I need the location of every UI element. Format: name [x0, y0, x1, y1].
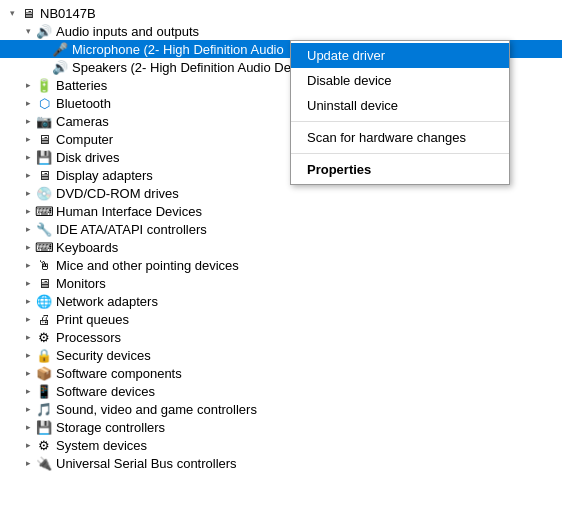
root-label: NB0147B [40, 6, 562, 21]
tree-item-dvd[interactable]: 💿 DVD/CD-ROM drives [0, 184, 562, 202]
expander-mice[interactable] [20, 257, 36, 273]
expander-security[interactable] [20, 347, 36, 363]
usb-icon: 🔌 [36, 455, 52, 471]
mice-label: Mice and other pointing devices [56, 258, 562, 273]
speakers-icon: 🔊 [52, 59, 68, 75]
network-icon: 🌐 [36, 293, 52, 309]
system-icon: ⚙ [36, 437, 52, 453]
tree-item-network[interactable]: 🌐 Network adapters [0, 292, 562, 310]
dvd-icon: 💿 [36, 185, 52, 201]
tree-item-storage[interactable]: 💾 Storage controllers [0, 418, 562, 436]
expander-batteries[interactable] [20, 77, 36, 93]
expander-disk[interactable] [20, 149, 36, 165]
expander-monitors[interactable] [20, 275, 36, 291]
batteries-icon: 🔋 [36, 77, 52, 93]
cameras-icon: 📷 [36, 113, 52, 129]
tree-item-system[interactable]: ⚙ System devices [0, 436, 562, 454]
expander-usb[interactable] [20, 455, 36, 471]
audio-label: Audio inputs and outputs [56, 24, 562, 39]
context-menu-uninstall-device[interactable]: Uninstall device [291, 93, 509, 118]
tree-item-print[interactable]: 🖨 Print queues [0, 310, 562, 328]
monitors-label: Monitors [56, 276, 562, 291]
expander-sw-components[interactable] [20, 365, 36, 381]
expander-cameras[interactable] [20, 113, 36, 129]
disk-icon: 💾 [36, 149, 52, 165]
ide-icon: 🔧 [36, 221, 52, 237]
ide-label: IDE ATA/ATAPI controllers [56, 222, 562, 237]
keyboards-icon: ⌨ [36, 239, 52, 255]
expander-audio[interactable] [20, 23, 36, 39]
microphone-icon: 🎤 [52, 41, 68, 57]
computer-tree-icon: 🖥 [36, 131, 52, 147]
security-label: Security devices [56, 348, 562, 363]
expander-network[interactable] [20, 293, 36, 309]
tree-item-hid[interactable]: ⌨ Human Interface Devices [0, 202, 562, 220]
storage-icon: 💾 [36, 419, 52, 435]
tree-item-processors[interactable]: ⚙ Processors [0, 328, 562, 346]
context-menu-update-driver[interactable]: Update driver [291, 43, 509, 68]
tree-item-monitors[interactable]: 🖥 Monitors [0, 274, 562, 292]
hid-icon: ⌨ [36, 203, 52, 219]
context-menu-properties[interactable]: Properties [291, 157, 509, 182]
tree-item-usb[interactable]: 🔌 Universal Serial Bus controllers [0, 454, 562, 472]
sw-components-icon: 📦 [36, 365, 52, 381]
keyboards-label: Keyboards [56, 240, 562, 255]
context-menu: Update driver Disable device Uninstall d… [290, 40, 510, 185]
context-menu-sep2 [291, 153, 509, 154]
tree-item-sound[interactable]: 🎵 Sound, video and game controllers [0, 400, 562, 418]
context-menu-scan-hardware[interactable]: Scan for hardware changes [291, 125, 509, 150]
expander-sw-devices[interactable] [20, 383, 36, 399]
expander-bluetooth[interactable] [20, 95, 36, 111]
system-label: System devices [56, 438, 562, 453]
sound-icon: 🎵 [36, 401, 52, 417]
sw-components-label: Software components [56, 366, 562, 381]
expander-ide[interactable] [20, 221, 36, 237]
audio-icon: 🔊 [36, 23, 52, 39]
expander-sound[interactable] [20, 401, 36, 417]
device-manager: 🖥 NB0147B 🔊 Audio inputs and outputs 🎤 M… [0, 0, 562, 524]
dvd-label: DVD/CD-ROM drives [56, 186, 562, 201]
display-icon: 🖥 [36, 167, 52, 183]
expander-dvd[interactable] [20, 185, 36, 201]
processors-icon: ⚙ [36, 329, 52, 345]
print-label: Print queues [56, 312, 562, 327]
tree-item-ide[interactable]: 🔧 IDE ATA/ATAPI controllers [0, 220, 562, 238]
expander-storage[interactable] [20, 419, 36, 435]
storage-label: Storage controllers [56, 420, 562, 435]
tree-item-security[interactable]: 🔒 Security devices [0, 346, 562, 364]
mice-icon: 🖱 [36, 257, 52, 273]
expander-print[interactable] [20, 311, 36, 327]
tree-item-mice[interactable]: 🖱 Mice and other pointing devices [0, 256, 562, 274]
expander-display[interactable] [20, 167, 36, 183]
tree-item-keyboards[interactable]: ⌨ Keyboards [0, 238, 562, 256]
sw-devices-icon: 📱 [36, 383, 52, 399]
expander-computer[interactable] [20, 131, 36, 147]
tree-item-sw-devices[interactable]: 📱 Software devices [0, 382, 562, 400]
bluetooth-icon: ⬡ [36, 95, 52, 111]
tree-root[interactable]: 🖥 NB0147B [0, 4, 562, 22]
expander-root[interactable] [4, 5, 20, 21]
network-label: Network adapters [56, 294, 562, 309]
computer-icon: 🖥 [20, 5, 36, 21]
processors-label: Processors [56, 330, 562, 345]
sound-label: Sound, video and game controllers [56, 402, 562, 417]
hid-label: Human Interface Devices [56, 204, 562, 219]
tree-item-audio[interactable]: 🔊 Audio inputs and outputs [0, 22, 562, 40]
context-menu-sep1 [291, 121, 509, 122]
monitors-icon: 🖥 [36, 275, 52, 291]
expander-processors[interactable] [20, 329, 36, 345]
tree-item-sw-components[interactable]: 📦 Software components [0, 364, 562, 382]
print-icon: 🖨 [36, 311, 52, 327]
context-menu-disable-device[interactable]: Disable device [291, 68, 509, 93]
expander-system[interactable] [20, 437, 36, 453]
sw-devices-label: Software devices [56, 384, 562, 399]
security-icon: 🔒 [36, 347, 52, 363]
usb-label: Universal Serial Bus controllers [56, 456, 562, 471]
